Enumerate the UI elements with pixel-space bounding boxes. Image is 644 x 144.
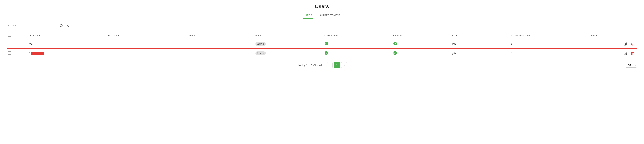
role-badge: Users [255, 51, 266, 55]
check-circle-icon [393, 42, 397, 46]
cell-firstname [106, 49, 184, 58]
th-checkbox [7, 32, 27, 39]
redacted-username [31, 52, 44, 55]
cell-enabled [391, 49, 450, 58]
select-all-checkbox[interactable] [8, 34, 11, 37]
pagination-next-button[interactable]: › [341, 62, 347, 68]
edit-icon [624, 42, 627, 46]
check-circle-icon [324, 42, 328, 46]
search-row [7, 23, 637, 28]
delete-button[interactable] [630, 51, 635, 56]
edit-button[interactable] [623, 42, 628, 46]
table-row: rootadminlocal2 [7, 39, 637, 49]
edit-button[interactable] [623, 51, 628, 56]
cell-actions [588, 39, 637, 49]
search-input[interactable] [7, 23, 58, 28]
pagination-prev-button[interactable]: ‹ [327, 62, 333, 68]
delete-button[interactable] [630, 42, 635, 46]
per-page-wrap: 10 25 50 100 [626, 63, 637, 68]
svg-point-5 [393, 42, 397, 45]
cell-connections-count: 2 [509, 39, 588, 49]
per-page-select[interactable]: 10 25 50 100 [626, 63, 637, 68]
cell-lastname [184, 49, 253, 58]
check-circle-icon [393, 51, 397, 55]
cell-firstname [106, 39, 184, 49]
pagination-info: showing 1 to 2 of 2 entries [297, 64, 324, 67]
tab-shared-tokens[interactable]: SHARED TOKENS [319, 12, 341, 19]
page-title: Users [7, 3, 637, 9]
role-badge: admin [255, 42, 266, 46]
svg-point-6 [324, 51, 328, 55]
cell-session-active [322, 49, 391, 58]
cell-session-active [322, 39, 391, 49]
tab-users[interactable]: USERS [303, 12, 313, 19]
pagination-page-1-button[interactable]: 1 [334, 62, 340, 68]
chevron-right-icon: › [344, 64, 345, 67]
tabs-bar: USERS SHARED TOKENS [7, 12, 637, 19]
table-row: JUsersgitlab1 [7, 49, 637, 58]
cell-lastname [184, 39, 253, 49]
search-icon [60, 24, 63, 28]
cell-connections-count: 1 [509, 49, 588, 58]
th-firstname: First name [106, 32, 184, 39]
edit-icon [624, 52, 627, 55]
cell-roles: Users [253, 49, 322, 58]
th-enabled: Enabled [391, 32, 450, 39]
svg-point-4 [324, 42, 328, 45]
cell-roles: admin [253, 39, 322, 49]
close-icon [66, 24, 69, 27]
svg-point-7 [393, 51, 397, 55]
cell-auth: gitlab [450, 49, 509, 58]
search-button[interactable] [59, 23, 64, 28]
cell-username: root [27, 39, 106, 49]
pagination-row: showing 1 to 2 of 2 entries ‹ 1 › 10 25 … [7, 62, 637, 68]
cell-enabled [391, 39, 450, 49]
th-username: Username [27, 32, 106, 39]
th-connections-count: Connections count [509, 32, 588, 39]
th-roles: Roles [253, 32, 322, 39]
row-checkbox[interactable] [8, 42, 11, 45]
trash-icon [631, 52, 634, 55]
clear-search-button[interactable] [65, 23, 70, 28]
th-actions: Actions [588, 32, 637, 39]
row-checkbox[interactable] [8, 51, 11, 55]
trash-icon [631, 42, 634, 46]
cell-auth: local [450, 39, 509, 49]
th-auth: Auth [450, 32, 509, 39]
cell-username: J [27, 49, 106, 58]
chevron-left-icon: ‹ [330, 64, 330, 67]
cell-actions [588, 49, 637, 58]
check-circle-icon [324, 51, 328, 55]
users-table: Username First name Last name Roles Sess… [7, 32, 637, 58]
th-lastname: Last name [184, 32, 253, 39]
th-session-active: Session active [322, 32, 391, 39]
svg-line-1 [62, 26, 63, 27]
